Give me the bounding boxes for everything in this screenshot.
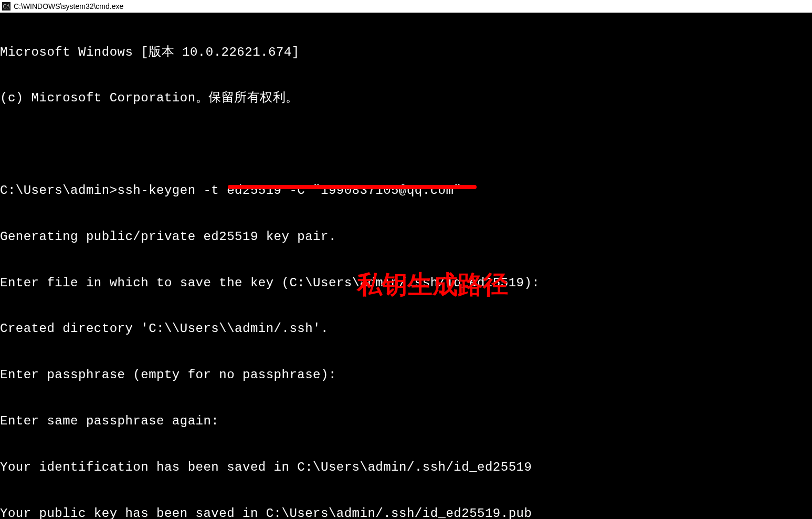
cmd-icon: C:\	[2, 2, 10, 11]
terminal-output[interactable]: Microsoft Windows [版本 10.0.22621.674] (c…	[0, 13, 812, 519]
terminal-line: Your public key has been saved in C:\Use…	[0, 506, 812, 520]
terminal-line: Your identification has been saved in C:…	[0, 460, 812, 475]
window-title: C:\WINDOWS\system32\cmd.exe	[14, 2, 123, 11]
terminal-line: Created directory 'C:\\Users\\admin/.ssh…	[0, 321, 812, 336]
annotation-label: 私钥生成路径	[357, 268, 508, 302]
terminal-line: Enter passphrase (empty for no passphras…	[0, 367, 812, 382]
terminal-line: (c) Microsoft Corporation。保留所有权利。	[0, 90, 812, 106]
terminal-line: Generating public/private ed25519 key pa…	[0, 229, 812, 244]
terminal-line: Enter same passphrase again:	[0, 413, 812, 429]
terminal-line	[0, 137, 812, 152]
window-title-bar: C:\ C:\WINDOWS\system32\cmd.exe	[0, 0, 812, 13]
annotation-underline	[228, 185, 477, 189]
terminal-line: Microsoft Windows [版本 10.0.22621.674]	[0, 45, 812, 60]
